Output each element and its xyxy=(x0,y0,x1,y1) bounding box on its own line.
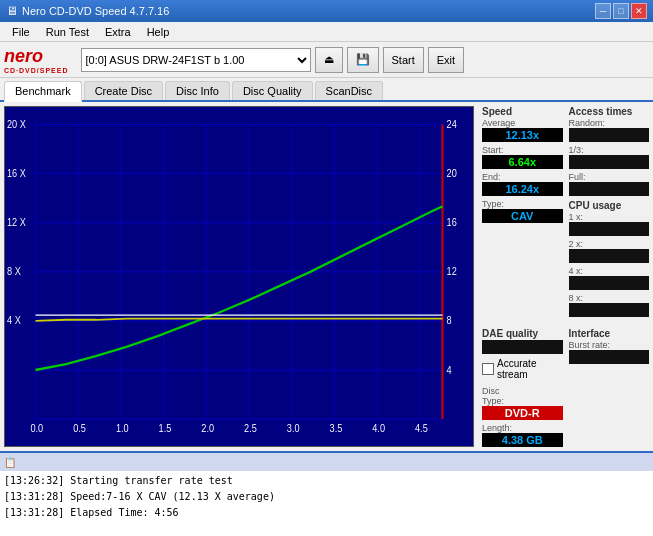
cpu-title: CPU usage xyxy=(569,200,650,211)
exit-button[interactable]: Exit xyxy=(428,47,464,73)
random-value xyxy=(569,128,650,142)
svg-text:3.5: 3.5 xyxy=(330,422,343,434)
tab-disc-quality[interactable]: Disc Quality xyxy=(232,81,313,100)
svg-text:0.0: 0.0 xyxy=(30,422,43,434)
app-icon: 🖥 xyxy=(6,4,18,18)
disc-type-value: DVD-R xyxy=(482,406,563,420)
svg-text:1.0: 1.0 xyxy=(116,422,129,434)
svg-text:16: 16 xyxy=(447,217,458,229)
log-area: 📋 [13:26:32] Starting transfer rate test… xyxy=(0,451,653,536)
nero-logo-text: nero xyxy=(4,46,43,67)
svg-text:20: 20 xyxy=(447,168,458,180)
maximize-button[interactable]: □ xyxy=(613,3,629,19)
titlebar: 🖥 Nero CD-DVD Speed 4.7.7.16 ─ □ ✕ xyxy=(0,0,653,22)
log-entry-0: [13:26:32] Starting transfer rate test xyxy=(4,473,649,489)
access-title: Access times xyxy=(569,106,650,117)
log-entry-2: [13:31:28] Elapsed Time: 4:56 xyxy=(4,505,649,521)
disc-type-sub: Type: xyxy=(482,396,563,406)
disc-length-label: Length: xyxy=(482,423,563,433)
log-entry-1: [13:31:28] Speed:7-16 X CAV (12.13 X ave… xyxy=(4,489,649,505)
svg-text:0.5: 0.5 xyxy=(73,422,86,434)
accurate-stream-row: Accurate stream xyxy=(482,358,563,380)
type-label: Type: xyxy=(482,199,563,209)
start-label: Start: xyxy=(482,145,563,155)
average-label: Average xyxy=(482,118,563,128)
full-label: Full: xyxy=(569,172,650,182)
end-value: 16.24x xyxy=(482,182,563,196)
log-content[interactable]: [13:26:32] Starting transfer rate test [… xyxy=(0,471,653,536)
start-value: 6.64x xyxy=(482,155,563,169)
menu-runtest[interactable]: Run Test xyxy=(38,25,97,39)
accurate-label: Accurate stream xyxy=(497,358,536,380)
one-third-label: 1/3: xyxy=(569,145,650,155)
speed-col: Speed Average 12.13x Start: 6.64x End: 1… xyxy=(482,106,563,320)
right-panel: Speed Average 12.13x Start: 6.64x End: 1… xyxy=(478,102,653,451)
average-value: 12.13x xyxy=(482,128,563,142)
speed-title: Speed xyxy=(482,106,563,117)
tab-create-disc[interactable]: Create Disc xyxy=(84,81,163,100)
drive-selector[interactable]: [0:0] ASUS DRW-24F1ST b 1.00 xyxy=(81,48,311,72)
app-logo: nero CD·DVD/SPEED xyxy=(4,46,69,74)
cpu-8x-value xyxy=(569,303,650,317)
burst-label: Burst rate: xyxy=(569,340,650,350)
nero-sub-text: CD·DVD/SPEED xyxy=(4,67,69,74)
disc-length-value: 4.38 GB xyxy=(482,433,563,447)
svg-text:1.5: 1.5 xyxy=(159,422,172,434)
access-cpu-col: Access times Random: 1/3: Full: CPU usag… xyxy=(569,106,650,320)
titlebar-left: 🖥 Nero CD-DVD Speed 4.7.7.16 xyxy=(6,4,169,18)
accurate-stream-checkbox[interactable] xyxy=(482,363,494,375)
svg-rect-0 xyxy=(5,107,473,446)
menu-help[interactable]: Help xyxy=(139,25,178,39)
cpu-1x-label: 1 x: xyxy=(569,212,650,222)
tab-bar: Benchmark Create Disc Disc Info Disc Qua… xyxy=(0,78,653,102)
svg-text:4: 4 xyxy=(447,364,453,376)
interface-title: Interface xyxy=(569,328,650,339)
cpu-2x-value xyxy=(569,249,650,263)
eject-button[interactable]: ⏏ xyxy=(315,47,343,73)
speed-access-section: Speed Average 12.13x Start: 6.64x End: 1… xyxy=(482,106,649,320)
eject-icon: ⏏ xyxy=(324,53,334,66)
svg-text:4.5: 4.5 xyxy=(415,422,428,434)
save-icon: 💾 xyxy=(356,53,370,66)
benchmark-chart: 20 X 16 X 12 X 8 X 4 X 24 20 16 12 8 4 0… xyxy=(5,107,473,446)
svg-text:24: 24 xyxy=(447,118,458,130)
svg-text:4 X: 4 X xyxy=(7,315,21,327)
app-title: Nero CD-DVD Speed 4.7.7.16 xyxy=(22,5,169,17)
svg-text:12 X: 12 X xyxy=(7,217,26,229)
end-label: End: xyxy=(482,172,563,182)
dae-title: DAE quality xyxy=(482,328,563,339)
svg-text:8 X: 8 X xyxy=(7,266,21,278)
cpu-8x-label: 8 x: xyxy=(569,293,650,303)
cpu-2x-label: 2 x: xyxy=(569,239,650,249)
svg-text:12: 12 xyxy=(447,266,457,278)
tab-benchmark[interactable]: Benchmark xyxy=(4,81,82,102)
svg-text:4.0: 4.0 xyxy=(372,422,385,434)
tab-disc-info[interactable]: Disc Info xyxy=(165,81,230,100)
type-value: CAV xyxy=(482,209,563,223)
disc-type-label: Disc xyxy=(482,386,563,396)
cpu-4x-label: 4 x: xyxy=(569,266,650,276)
toolbar: nero CD·DVD/SPEED [0:0] ASUS DRW-24F1ST … xyxy=(0,42,653,78)
save-button[interactable]: 💾 xyxy=(347,47,379,73)
close-button[interactable]: ✕ xyxy=(631,3,647,19)
menu-file[interactable]: File xyxy=(4,25,38,39)
svg-text:16 X: 16 X xyxy=(7,168,26,180)
start-button[interactable]: Start xyxy=(383,47,424,73)
titlebar-controls: ─ □ ✕ xyxy=(595,3,647,19)
svg-text:2.0: 2.0 xyxy=(201,422,214,434)
cpu-1x-value xyxy=(569,222,650,236)
dae-value xyxy=(482,340,563,354)
tab-scandisc[interactable]: ScanDisc xyxy=(315,81,383,100)
random-label: Random: xyxy=(569,118,650,128)
full-value xyxy=(569,182,650,196)
menu-extra[interactable]: Extra xyxy=(97,25,139,39)
svg-text:3.0: 3.0 xyxy=(287,422,300,434)
menubar: File Run Test Extra Help xyxy=(0,22,653,42)
svg-text:8: 8 xyxy=(447,315,453,327)
log-header: 📋 xyxy=(0,453,653,471)
minimize-button[interactable]: ─ xyxy=(595,3,611,19)
dae-disc-section: DAE quality Accurate stream Disc Type: D… xyxy=(482,328,649,450)
interface-col: Interface Burst rate: xyxy=(569,328,650,450)
svg-text:2.5: 2.5 xyxy=(244,422,257,434)
cpu-4x-value xyxy=(569,276,650,290)
